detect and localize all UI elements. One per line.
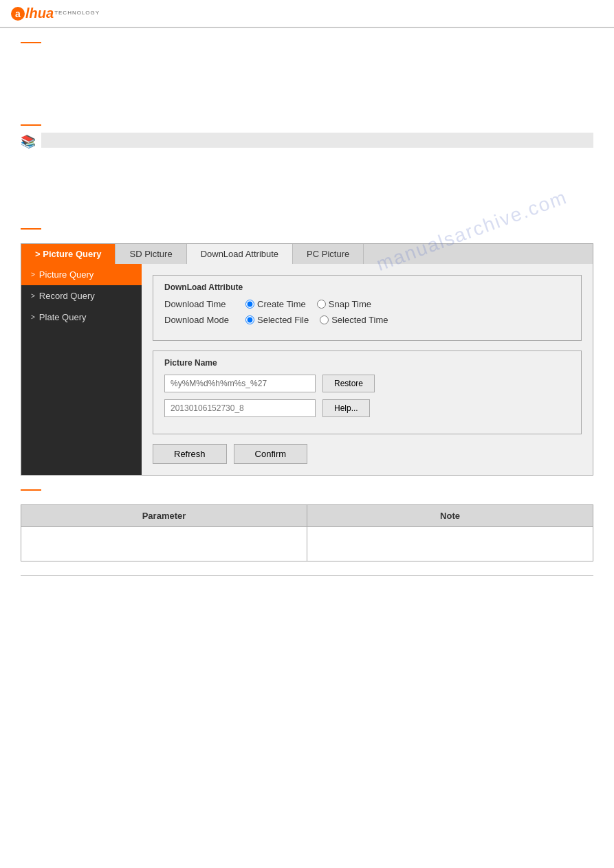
refresh-button[interactable]: Refresh bbox=[153, 444, 227, 464]
arrow-icon-plate-query: > bbox=[31, 313, 35, 321]
sidebar-item-picture-query-label: Picture Query bbox=[39, 269, 94, 280]
snap-time-radio[interactable] bbox=[317, 300, 326, 309]
page-header: a lhua TECHNOLOGY bbox=[0, 0, 614, 27]
arrow-icon-picture-query: > bbox=[31, 271, 35, 278]
sidebar-picture-query-tab[interactable]: > Picture Query bbox=[21, 244, 116, 264]
sidebar: > Picture Query > Record Query > Plate Q… bbox=[21, 264, 142, 475]
main-content: 📚 > Picture Query SD Picture DownLoad At… bbox=[0, 28, 614, 592]
section-divider-3 bbox=[21, 228, 593, 230]
selected-file-label: Selected File bbox=[257, 315, 309, 325]
download-time-options: Create Time Snap Time bbox=[245, 299, 371, 309]
action-buttons: Refresh Confirm bbox=[153, 444, 582, 464]
snap-time-label: Snap Time bbox=[329, 299, 371, 309]
sidebar-item-plate-query[interactable]: > Plate Query bbox=[21, 307, 142, 328]
ui-panel: > Picture Query SD Picture DownLoad Attr… bbox=[21, 243, 593, 476]
sidebar-item-plate-query-label: Plate Query bbox=[39, 312, 87, 322]
table-header-col1: Parameter bbox=[21, 504, 307, 526]
restore-button[interactable]: Restore bbox=[322, 375, 375, 392]
logo-name: lhua bbox=[25, 5, 54, 21]
picture-name-section: Picture Name Restore Help... bbox=[153, 350, 582, 434]
download-time-label: Download Time bbox=[164, 299, 240, 309]
logo-icon: a bbox=[11, 7, 25, 21]
picture-name-input-2[interactable] bbox=[164, 399, 316, 417]
selected-time-label: Selected Time bbox=[331, 315, 388, 325]
download-mode-row: Download Mode Selected File Selected Tim… bbox=[164, 315, 570, 325]
selected-time-option[interactable]: Selected Time bbox=[320, 315, 388, 325]
picture-name-input-1[interactable] bbox=[164, 375, 316, 392]
download-time-row: Download Time Create Time Snap Time bbox=[164, 299, 570, 309]
help-button[interactable]: Help... bbox=[322, 399, 370, 417]
download-attribute-section: DownLoad Attribute Download Time Create … bbox=[153, 275, 582, 341]
sidebar-item-record-query[interactable]: > Record Query bbox=[21, 285, 142, 307]
logo-subtitle: TECHNOLOGY bbox=[54, 10, 100, 16]
selected-file-radio[interactable] bbox=[245, 315, 254, 324]
confirm-button[interactable]: Confirm bbox=[234, 444, 308, 464]
panel-body: > Picture Query > Record Query > Plate Q… bbox=[21, 264, 593, 475]
text-block-1 bbox=[21, 49, 593, 113]
tab-pc-picture[interactable]: PC Picture bbox=[293, 244, 364, 264]
download-mode-options: Selected File Selected Time bbox=[245, 315, 388, 325]
footer bbox=[21, 575, 593, 579]
section-divider-2 bbox=[21, 124, 593, 126]
note-content bbox=[41, 133, 593, 148]
selected-file-option[interactable]: Selected File bbox=[245, 315, 309, 325]
table-row bbox=[21, 526, 593, 561]
logo: a lhua TECHNOLOGY bbox=[11, 5, 100, 21]
section-divider-1 bbox=[21, 42, 593, 43]
table-cell-note bbox=[307, 526, 593, 561]
tab-download-attribute[interactable]: DownLoad Attribute bbox=[187, 244, 293, 264]
main-panel: DownLoad Attribute Download Time Create … bbox=[142, 264, 593, 475]
table-cell-param bbox=[21, 526, 307, 561]
picture-name-input-row-1: Restore bbox=[164, 375, 570, 392]
tab-sd-picture[interactable]: SD Picture bbox=[116, 244, 186, 264]
section-divider-4 bbox=[21, 489, 593, 491]
selected-time-radio[interactable] bbox=[320, 315, 329, 324]
picture-name-input-row-2: Help... bbox=[164, 399, 570, 417]
create-time-radio[interactable] bbox=[245, 300, 254, 309]
tabs-bar: > Picture Query SD Picture DownLoad Attr… bbox=[21, 244, 593, 264]
note-icon: 📚 bbox=[21, 134, 36, 149]
snap-time-option[interactable]: Snap Time bbox=[317, 299, 371, 309]
note-box: 📚 bbox=[21, 133, 593, 149]
download-attribute-legend: DownLoad Attribute bbox=[164, 282, 570, 292]
create-time-option[interactable]: Create Time bbox=[245, 299, 306, 309]
create-time-label: Create Time bbox=[257, 299, 306, 309]
sidebar-item-record-query-label: Record Query bbox=[39, 291, 95, 301]
bottom-table: Parameter Note bbox=[21, 504, 593, 561]
sidebar-item-picture-query[interactable]: > Picture Query bbox=[21, 264, 142, 285]
picture-name-legend: Picture Name bbox=[164, 358, 570, 368]
arrow-icon-record-query: > bbox=[31, 292, 35, 300]
text-block-2 bbox=[21, 156, 593, 216]
table-header-col2: Note bbox=[307, 504, 593, 526]
download-mode-label: Download Mode bbox=[164, 315, 240, 325]
